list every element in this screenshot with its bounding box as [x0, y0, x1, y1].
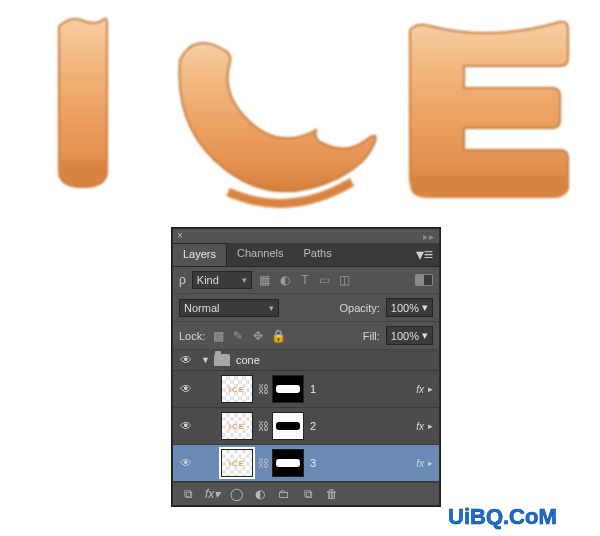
layer-mask-thumbnail[interactable] — [272, 449, 304, 477]
lock-all-icon[interactable]: 🔒 — [271, 329, 285, 343]
panel-tab-bar-top: × ▸▸ — [173, 229, 439, 243]
fill-label: Fill: — [363, 330, 380, 342]
new-layer-icon[interactable]: ⧉ — [301, 487, 315, 501]
layers-panel: × ▸▸ Layers Channels Paths ▾≡ ρ Kind ▾ ▦… — [172, 228, 440, 506]
visibility-icon[interactable]: 👁 — [179, 353, 193, 367]
fx-expand-icon[interactable]: ▸ — [428, 421, 433, 431]
lock-pixels-icon[interactable]: ✎ — [231, 329, 245, 343]
layer-name[interactable]: 1 — [310, 383, 416, 395]
lock-label: Lock: — [179, 330, 205, 342]
layer-thumbnail[interactable]: ICE — [221, 449, 253, 477]
layer-row[interactable]: 👁 ICE ⛓ 1 fx ▸ — [173, 371, 439, 408]
fx-badge[interactable]: fx — [416, 458, 424, 469]
filter-kind-icon: ρ — [179, 273, 186, 287]
panel-tabs: Layers Channels Paths ▾≡ — [173, 243, 439, 267]
layer-row[interactable]: 👁 ICE ⛓ 2 fx ▸ — [173, 408, 439, 445]
layer-row[interactable]: 👁 ICE ⛓ 3 fx ▸ — [173, 445, 439, 482]
layer-thumbnail[interactable]: ICE — [221, 412, 253, 440]
filter-kind-label: Kind — [197, 274, 219, 286]
visibility-icon[interactable]: 👁 — [179, 382, 193, 396]
lock-icons: ▩ ✎ ✥ 🔒 — [211, 329, 285, 343]
filter-smart-icon[interactable]: ◫ — [338, 273, 352, 287]
filter-toggle-icon[interactable] — [415, 274, 433, 286]
fx-expand-icon[interactable]: ▸ — [428, 458, 433, 468]
thumb-text: ICE — [229, 385, 245, 394]
visibility-icon[interactable]: 👁 — [179, 456, 193, 470]
layer-name[interactable]: 2 — [310, 420, 416, 432]
filter-type-icon[interactable]: T — [298, 273, 312, 287]
fill-input[interactable]: 100% ▾ — [386, 326, 433, 345]
tab-channels[interactable]: Channels — [227, 243, 293, 266]
add-mask-icon[interactable]: ◯ — [229, 487, 243, 501]
filter-type-icons: ▦ ◐ T ▭ ◫ — [258, 273, 352, 287]
filter-row: ρ Kind ▾ ▦ ◐ T ▭ ◫ — [173, 267, 439, 294]
layer-thumbnail[interactable]: ICE — [221, 375, 253, 403]
folder-icon — [214, 354, 230, 366]
fx-badge[interactable]: fx — [416, 421, 424, 432]
filter-kind-select[interactable]: Kind ▾ — [192, 271, 252, 289]
delete-layer-icon[interactable]: 🗑 — [325, 487, 339, 501]
blend-opacity-row: Normal ▾ Opacity: 100% ▾ — [173, 294, 439, 322]
lock-position-icon[interactable]: ✥ — [251, 329, 265, 343]
mask-link-icon[interactable]: ⛓ — [258, 457, 269, 469]
layer-mask-thumbnail[interactable] — [272, 412, 304, 440]
disclosure-icon[interactable]: ▼ — [201, 355, 210, 365]
lock-transparency-icon[interactable]: ▩ — [211, 329, 225, 343]
close-icon[interactable]: × — [177, 231, 183, 241]
tab-paths[interactable]: Paths — [294, 243, 342, 266]
opacity-label: Opacity: — [340, 302, 380, 314]
mask-link-icon[interactable]: ⛓ — [258, 383, 269, 395]
ice-text-artwork — [0, 0, 600, 220]
panel-footer: ⧉ fx▾ ◯ ◐ 🗀 ⧉ 🗑 — [173, 482, 439, 505]
blend-mode-value: Normal — [184, 302, 219, 314]
layer-mask-thumbnail[interactable] — [272, 375, 304, 403]
tab-layers[interactable]: Layers — [173, 243, 227, 266]
new-group-icon[interactable]: 🗀 — [277, 487, 291, 501]
mask-link-icon[interactable]: ⛓ — [258, 420, 269, 432]
watermark-text: UiBQ.CoM — [448, 504, 557, 529]
layer-name[interactable]: 3 — [310, 457, 416, 469]
fx-badge[interactable]: fx — [416, 384, 424, 395]
filter-shape-icon[interactable]: ▭ — [318, 273, 332, 287]
opacity-value: 100% — [391, 302, 419, 314]
new-adjustment-icon[interactable]: ◐ — [253, 487, 267, 501]
lock-fill-row: Lock: ▩ ✎ ✥ 🔒 Fill: 100% ▾ — [173, 322, 439, 350]
filter-pixel-icon[interactable]: ▦ — [258, 273, 272, 287]
thumb-text: ICE — [229, 422, 245, 431]
filter-adjust-icon[interactable]: ◐ — [278, 273, 292, 287]
fill-value: 100% — [391, 330, 419, 342]
layers-list: 👁 ▼ cone 👁 ICE ⛓ 1 fx ▸ 👁 ICE ⛓ 2 fx ▸ — [173, 350, 439, 482]
fx-menu-icon[interactable]: fx▾ — [205, 487, 219, 501]
watermark: UiBQ.CoM — [448, 502, 588, 530]
fx-expand-icon[interactable]: ▸ — [428, 384, 433, 394]
panel-menu-icon[interactable]: ▾≡ — [410, 243, 439, 266]
artwork-canvas — [0, 0, 600, 220]
group-name: cone — [236, 354, 260, 366]
layer-group-row[interactable]: 👁 ▼ cone — [173, 350, 439, 371]
collapse-icon[interactable]: ▸▸ — [423, 231, 435, 242]
opacity-input[interactable]: 100% ▾ — [386, 298, 433, 317]
visibility-icon[interactable]: 👁 — [179, 419, 193, 433]
link-layers-icon[interactable]: ⧉ — [181, 487, 195, 501]
blend-mode-select[interactable]: Normal ▾ — [179, 299, 279, 317]
thumb-text: ICE — [229, 459, 245, 468]
